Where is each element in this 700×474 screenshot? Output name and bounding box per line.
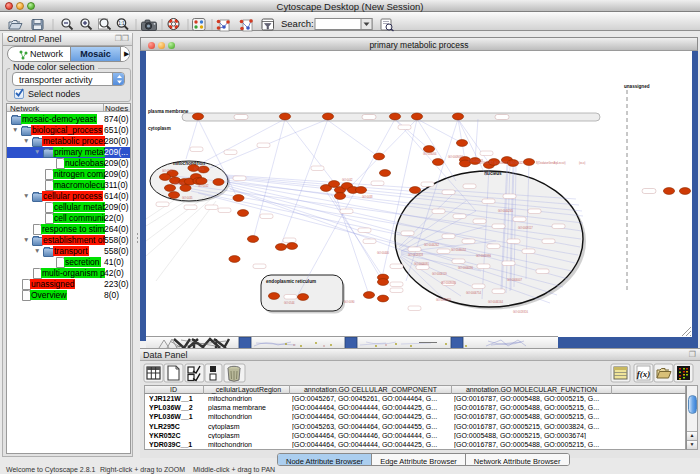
svg-text:endoplasmic reticulum: endoplasmic reticulum — [266, 279, 316, 284]
svg-text:GO:0445: GO:0445 — [182, 196, 193, 200]
svg-text:plasma membrane: plasma membrane — [148, 109, 189, 114]
svg-text:(xx-x): (xx-x) — [579, 161, 586, 165]
svg-text:GO:0046034: GO:0046034 — [451, 248, 466, 252]
svg-text:GO:0044262: GO:0044262 — [424, 243, 439, 247]
svg-text:GO:0170: GO:0170 — [162, 169, 173, 173]
svg-text:unassigned: unassigned — [624, 84, 650, 89]
svg-text:GO:0006754: GO:0006754 — [466, 291, 481, 295]
svg-text:GO:0006007: GO:0006007 — [507, 278, 522, 282]
svg-text:GO:006066: GO:006066 — [423, 152, 437, 156]
svg-text:GO:0163: GO:0163 — [174, 182, 185, 186]
svg-text:GO:0009117: GO:0009117 — [518, 226, 533, 230]
svg-text:GO:0019318: GO:0019318 — [408, 253, 423, 257]
svg-text:GO:0006119: GO:0006119 — [432, 272, 447, 276]
svg-text:GO:0005996: GO:0005996 — [476, 254, 491, 258]
svg-text:GO:0006091: GO:0006091 — [414, 262, 429, 266]
svg-text:Search:: Search: — [281, 18, 314, 29]
svg-text:GO:0090: GO:0090 — [344, 300, 355, 304]
svg-text:GO:00440: GO:00440 — [377, 251, 390, 255]
svg-text:GO:0046164: GO:0046164 — [488, 300, 503, 304]
svg-text:GO:0009056: GO:0009056 — [448, 155, 463, 159]
svg-text:GO:0442: GO:0442 — [342, 178, 353, 182]
svg-text:GO:0044265: GO:0044265 — [498, 209, 513, 213]
svg-text:cytoplasm: cytoplasm — [148, 126, 171, 131]
svg-text:GO:0044237, GO:0008152, GO:004: GO:0044237, GO:0008152, GO:004423 — [478, 161, 525, 165]
svg-text:GO:0006096: GO:0006096 — [458, 266, 473, 270]
svg-text:GO:0019320: GO:0019320 — [436, 298, 451, 302]
svg-text:GO:0009060: GO:0009060 — [441, 281, 456, 285]
svg-text:GO:0443: GO:0443 — [362, 195, 373, 199]
svg-text:1:1: 1:1 — [118, 21, 125, 26]
svg-text:GO:0442: GO:0442 — [198, 184, 209, 188]
svg-text:8(OxidatveGenAtpLev.sit): 8(OxidatveGenAtpLev.sit) — [536, 161, 566, 165]
svg-text:nucleus: nucleus — [484, 171, 502, 176]
svg-text:GO:0544: GO:0544 — [284, 301, 295, 305]
svg-text:f(x): f(x) — [637, 369, 651, 379]
svg-text:GO:0450: GO:0450 — [194, 167, 205, 171]
svg-text:GO:0019316: GO:0019316 — [513, 310, 528, 314]
